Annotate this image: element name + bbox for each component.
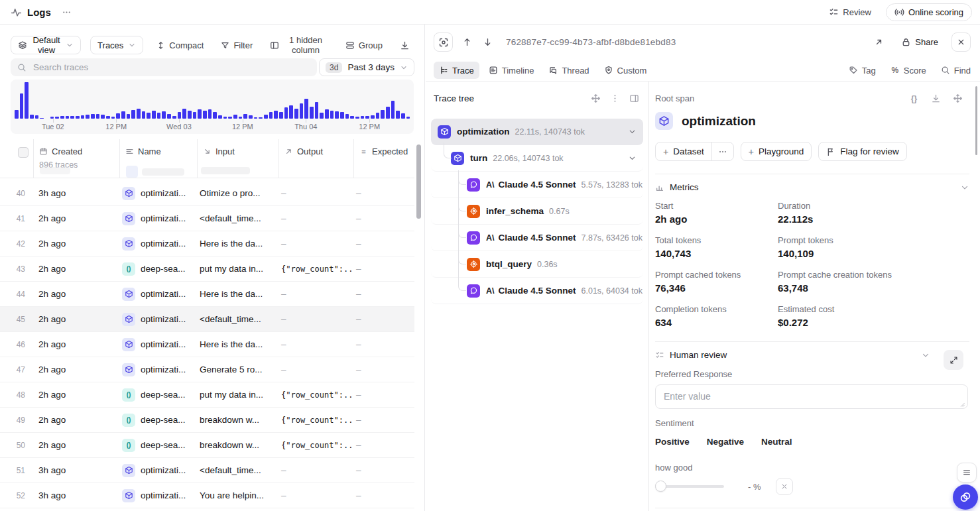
tree-item[interactable]: A\Claude 4.5 Sonnet7.87s, 63426 tok (431, 225, 643, 251)
table-row[interactable]: 442h agooptimizati...Here is the da...–– (0, 282, 414, 307)
metric-label: Prompt cached tokens (655, 270, 741, 280)
top-bar: Logs Review Online scoring (0, 0, 980, 25)
search-icon (17, 63, 27, 72)
tree-item-meta: 7.87s, 63426 tok (582, 233, 643, 243)
tree-item[interactable]: optimization22.11s, 140743 tok (431, 119, 643, 145)
dataset-more-button[interactable] (711, 142, 733, 160)
focus-span-button[interactable] (434, 32, 453, 52)
close-panel-button[interactable] (951, 32, 971, 52)
review-button[interactable]: Review (825, 5, 875, 20)
tab-thread[interactable]: Thread (543, 62, 594, 79)
resize-handle-icon[interactable] (958, 400, 965, 408)
hidden-columns-button[interactable]: 1 hidden column (266, 32, 332, 58)
span-resize-button[interactable] (953, 93, 963, 103)
table-row[interactable]: 492h ago()deep-sea...breakdown w...{"row… (0, 408, 414, 433)
detail-scrollbar[interactable] (975, 86, 977, 155)
ellipsis-icon (718, 147, 727, 156)
human-review-section-header[interactable]: Human review (655, 350, 930, 360)
download-span-button[interactable] (931, 93, 941, 103)
cell-created: 2h ago (33, 390, 119, 400)
tree-item[interactable]: A\Claude 4.5 Sonnet5.57s, 13283 tok (431, 172, 643, 198)
preferred-response-input[interactable] (655, 384, 968, 409)
search-traces-box[interactable] (11, 58, 317, 76)
search-input[interactable] (32, 62, 310, 73)
tree-options-button[interactable] (610, 93, 620, 103)
date-range-selector[interactable]: 3d Past 3 days (319, 58, 414, 76)
custom-icon (604, 66, 613, 75)
metric-label: Prompt tokens (778, 235, 833, 245)
metric-value: 140,109 (778, 248, 814, 259)
select-all-checkbox[interactable] (18, 147, 29, 158)
page-menu-button[interactable] (58, 5, 76, 20)
action-score[interactable]: %Score (890, 66, 926, 76)
tree-item[interactable]: turn22.06s, 140743 tok (431, 145, 643, 172)
table-row[interactable]: 452h agooptimizati...<default_time...–– (0, 307, 414, 332)
table-row[interactable]: 472h agooptimizati...Generate 5 ro...–– (0, 357, 414, 382)
table-row[interactable]: 482h ago()deep-sea...put my data in...{"… (0, 382, 414, 408)
slider-thumb[interactable] (655, 481, 666, 492)
tree-collapse-button[interactable] (629, 93, 639, 103)
clear-score-button[interactable] (776, 478, 793, 495)
table-row[interactable]: 403h agooptimizati...Otimize o pro...–– (0, 181, 414, 206)
column-header-expected[interactable]: =Expected (353, 139, 414, 178)
metrics-section-header[interactable]: Metrics (655, 182, 969, 192)
sentiment-neutral[interactable]: Neutral (761, 437, 792, 447)
flag-icon (826, 147, 835, 156)
tab-trace[interactable]: Trace (434, 62, 479, 79)
expand-review-button[interactable] (944, 350, 963, 370)
axis-tick-label: 12 PM (105, 123, 127, 131)
loading-row-skeleton (142, 168, 184, 176)
cell-expected: – (353, 289, 413, 299)
flag-for-review-button[interactable]: Flag for review (818, 142, 907, 161)
mode-selector[interactable]: Traces (90, 36, 143, 54)
group-button[interactable]: Group (341, 38, 387, 53)
tree-item[interactable]: infer_schema0.67s (431, 198, 643, 225)
ellipsis-icon (62, 7, 72, 17)
open-in-new-button[interactable] (870, 34, 888, 50)
hist-bar (30, 115, 34, 119)
view-json-button[interactable]: {} (909, 93, 919, 103)
table-row[interactable]: 462h agooptimizati...Here is the da...–– (0, 332, 414, 357)
export-button[interactable] (396, 38, 414, 53)
tab-timeline[interactable]: Timeline (483, 62, 540, 79)
next-trace-button[interactable] (479, 34, 497, 50)
assistant-fab[interactable] (953, 484, 978, 510)
tab-custom[interactable]: Custom (599, 62, 652, 79)
open-playground-button[interactable]: + Playground (741, 142, 812, 161)
cell-name: ()deep-sea... (119, 439, 197, 452)
hist-bar (274, 111, 278, 119)
tree-resize-button[interactable] (591, 93, 601, 103)
column-header-output[interactable]: Output (278, 139, 353, 178)
table-row[interactable]: 523h agooptimizati...You are helpin...–– (0, 483, 414, 508)
table-scrollbar[interactable] (416, 144, 421, 219)
tree-item[interactable]: A\Claude 4.5 Sonnet6.01s, 64034 tok (431, 278, 643, 304)
table-row[interactable]: 432h ago()deep-sea...put my data in...{"… (0, 256, 414, 282)
cell-input: Here is the da... (197, 289, 278, 299)
filter-button[interactable]: Filter (217, 38, 257, 53)
filter-icon (221, 40, 229, 50)
action-find[interactable]: Find (941, 66, 971, 76)
sentiment-negative[interactable]: Negative (707, 437, 744, 447)
hist-bar (172, 116, 176, 119)
cell-expected: – (353, 264, 413, 274)
how-good-slider[interactable] (655, 481, 724, 492)
prev-trace-button[interactable] (458, 34, 476, 50)
sentiment-positive[interactable]: Positive (655, 437, 690, 447)
table-row[interactable]: 502h ago()deep-sea...breakdown w...{"row… (0, 433, 414, 458)
floating-menu-button[interactable] (957, 463, 977, 483)
compact-toggle[interactable]: Compact (153, 38, 208, 53)
hist-bar (279, 112, 283, 119)
view-selector[interactable]: Default view (11, 36, 81, 54)
online-scoring-button[interactable]: Online scoring (886, 3, 972, 21)
cell-input: breakdown w... (197, 440, 278, 450)
add-to-dataset-button[interactable]: + Dataset (656, 142, 711, 160)
share-button[interactable]: Share (897, 34, 942, 50)
tree-item[interactable]: btql_query0.36s (431, 251, 643, 278)
table-row[interactable]: 412h agooptimizati...<default_time...–– (0, 206, 414, 231)
cell-expected: – (353, 390, 413, 400)
table-row[interactable]: 422h agooptimizati...Here is the da...–– (0, 231, 414, 256)
action-tag[interactable]: Tag (849, 66, 876, 76)
axis-tick-label: Wed 03 (166, 123, 192, 131)
metric-value: 63,748 (778, 282, 808, 294)
table-row[interactable]: 513h agooptimizati...<default_time...–– (0, 458, 414, 483)
